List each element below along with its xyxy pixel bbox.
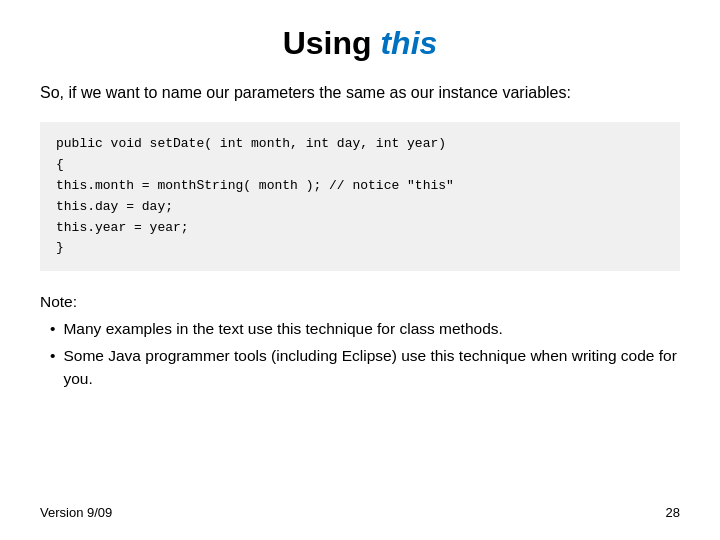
code-line-3: this.month = monthString( month ); // no… — [56, 176, 664, 197]
bullet-text-1: Many examples in the text use this techn… — [63, 318, 502, 340]
code-block: public void setDate( int month, int day,… — [40, 122, 680, 271]
list-item: Many examples in the text use this techn… — [50, 318, 680, 340]
bullet-text-2: Some Java programmer tools (including Ec… — [63, 345, 680, 390]
list-item: Some Java programmer tools (including Ec… — [50, 345, 680, 390]
code-line-2: { — [56, 155, 664, 176]
title-prefix: Using — [283, 25, 381, 61]
slide: Using this So, if we want to name our pa… — [0, 0, 720, 540]
footer-page: 28 — [666, 505, 680, 520]
note-label: Note: — [40, 291, 680, 313]
intro-text: So, if we want to name our parameters th… — [40, 82, 680, 104]
footer-version: Version 9/09 — [40, 505, 112, 520]
code-line-4: this.day = day; — [56, 197, 664, 218]
code-line-1: public void setDate( int month, int day,… — [56, 134, 664, 155]
code-line-5: this.year = year; — [56, 218, 664, 239]
code-line-6: } — [56, 238, 664, 259]
bullet-list: Many examples in the text use this techn… — [40, 318, 680, 390]
title-keyword: this — [380, 25, 437, 61]
footer: Version 9/09 28 — [40, 495, 680, 520]
note-section: Note: Many examples in the text use this… — [40, 291, 680, 395]
slide-title: Using this — [40, 25, 680, 62]
